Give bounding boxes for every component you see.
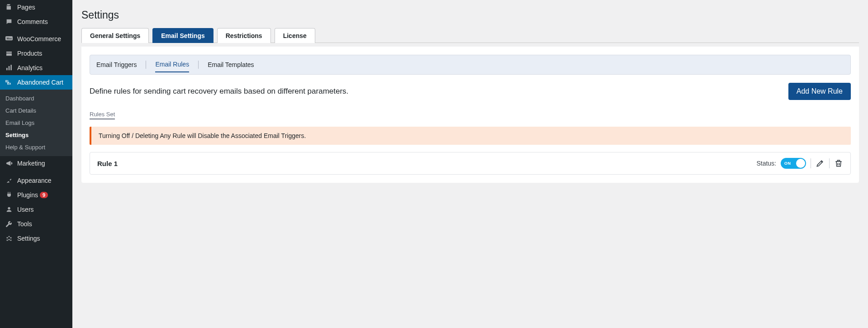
add-new-rule-button[interactable]: Add New Rule: [788, 83, 851, 100]
sidebar-item-plugins[interactable]: Plugins 9: [0, 188, 72, 202]
subnav-email-rules[interactable]: Email Rules: [155, 57, 189, 72]
submenu-dashboard[interactable]: Dashboard: [0, 92, 72, 105]
analytics-icon: [5, 64, 14, 71]
submenu-email-logs[interactable]: Email Logs: [0, 117, 72, 129]
action-separator: [829, 158, 830, 168]
subnav-email-triggers[interactable]: Email Triggers: [96, 57, 137, 72]
pages-icon: [5, 4, 14, 11]
description-row: Define rules for sending cart recovery e…: [90, 83, 851, 100]
sidebar-item-label: Pages: [17, 4, 35, 11]
sidebar-item-tools[interactable]: Tools: [0, 217, 72, 231]
tab-email-settings[interactable]: Email Settings: [152, 28, 213, 43]
rule-status-toggle[interactable]: ON: [781, 158, 806, 169]
subnav-separator: [146, 61, 146, 69]
settings-icon: [5, 235, 14, 242]
email-subnav: Email Triggers Email Rules Email Templat…: [90, 55, 851, 75]
tab-general-settings[interactable]: General Settings: [81, 28, 149, 43]
tab-restrictions[interactable]: Restrictions: [217, 28, 271, 43]
sidebar-item-label: Tools: [17, 220, 32, 228]
delete-icon[interactable]: [834, 159, 843, 168]
tab-license[interactable]: License: [275, 28, 315, 43]
sidebar-item-label: Appearance: [17, 177, 52, 184]
sidebar-item-pages[interactable]: Pages: [0, 0, 72, 14]
sidebar-item-label: Analytics: [17, 64, 43, 71]
sidebar-item-label: Comments: [17, 18, 48, 25]
woocommerce-icon: Woo: [5, 36, 14, 42]
svg-text:Woo: Woo: [7, 37, 12, 40]
sidebar-item-label: WooCommerce: [17, 35, 61, 43]
sidebar-item-abandoned-cart[interactable]: ELEx Abandoned Cart: [0, 75, 72, 90]
svg-point-4: [8, 207, 10, 209]
users-icon: [5, 206, 14, 213]
svg-text:Ex: Ex: [7, 82, 11, 85]
admin-sidebar: Pages Comments Woo WooCommerce Products …: [0, 0, 72, 328]
submenu-help-support[interactable]: Help & Support: [0, 141, 72, 153]
edit-icon[interactable]: [816, 159, 825, 168]
sidebar-item-comments[interactable]: Comments: [0, 14, 72, 29]
sidebar-item-analytics[interactable]: Analytics: [0, 61, 72, 75]
tools-icon: [5, 220, 14, 228]
products-icon: [5, 50, 14, 57]
toggle-on-label: ON: [784, 161, 791, 166]
rule-actions: Status: ON: [756, 158, 843, 169]
page-description: Define rules for sending cart recovery e…: [90, 87, 348, 96]
sidebar-item-label: Marketing: [17, 160, 45, 167]
sidebar-item-label: Users: [17, 206, 34, 213]
sidebar-item-users[interactable]: Users: [0, 202, 72, 217]
toggle-knob: [796, 159, 805, 168]
status-label: Status:: [756, 160, 776, 167]
sidebar-item-label: Abandoned Cart: [17, 79, 63, 86]
sidebar-item-marketing[interactable]: Marketing: [0, 156, 72, 171]
plugins-icon: [5, 191, 14, 199]
submenu-settings[interactable]: Settings: [0, 129, 72, 141]
comments-icon: [5, 18, 14, 25]
content-panel: Email Triggers Email Rules Email Templat…: [81, 47, 859, 183]
sidebar-item-label: Plugins: [17, 191, 38, 199]
rules-set-tab[interactable]: Rules Set: [90, 111, 115, 119]
settings-tabs: General Settings Email Settings Restrict…: [81, 28, 859, 43]
sidebar-item-products[interactable]: Products: [0, 46, 72, 61]
page-title: Settings: [81, 9, 859, 21]
subnav-email-templates[interactable]: Email Templates: [208, 57, 254, 72]
sidebar-item-settings[interactable]: Settings: [0, 231, 72, 246]
submenu-cart-details[interactable]: Cart Details: [0, 105, 72, 117]
subnav-separator: [198, 61, 199, 69]
sidebar-item-woocommerce[interactable]: Woo WooCommerce: [0, 32, 72, 46]
main-content: Settings General Settings Email Settings…: [72, 0, 868, 328]
rule-row: Rule 1 Status: ON: [90, 152, 851, 175]
abandoned-cart-icon: ELEx: [5, 79, 14, 86]
sidebar-item-label: Settings: [17, 235, 40, 242]
sidebar-submenu: Dashboard Cart Details Email Logs Settin…: [0, 90, 72, 156]
action-separator: [811, 158, 811, 168]
rule-title: Rule 1: [97, 160, 118, 167]
plugins-update-badge: 9: [40, 192, 48, 198]
sidebar-item-appearance[interactable]: Appearance: [0, 173, 72, 188]
warning-notice: Turning Off / Deleting Any Rule will Dis…: [90, 127, 851, 145]
sidebar-item-label: Products: [17, 50, 42, 57]
appearance-icon: [5, 177, 14, 184]
marketing-icon: [5, 160, 14, 167]
